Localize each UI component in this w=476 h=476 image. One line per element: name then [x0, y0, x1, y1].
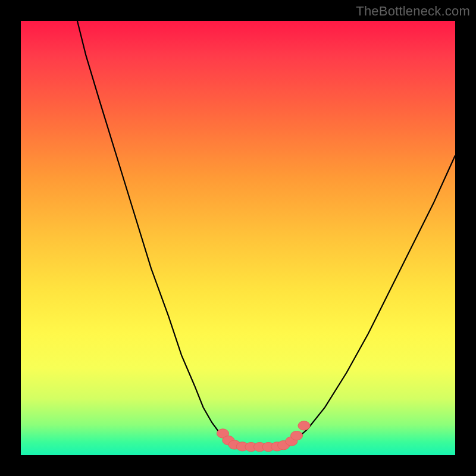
- plot-svg: [21, 21, 455, 455]
- beads-group: [217, 421, 310, 452]
- chart-frame: TheBottleneck.com: [0, 0, 476, 476]
- watermark-text: TheBottleneck.com: [356, 4, 470, 19]
- bead-marker: [298, 421, 310, 430]
- bead-marker: [291, 431, 303, 440]
- curve-path: [77, 21, 455, 447]
- plot-area: [21, 21, 455, 455]
